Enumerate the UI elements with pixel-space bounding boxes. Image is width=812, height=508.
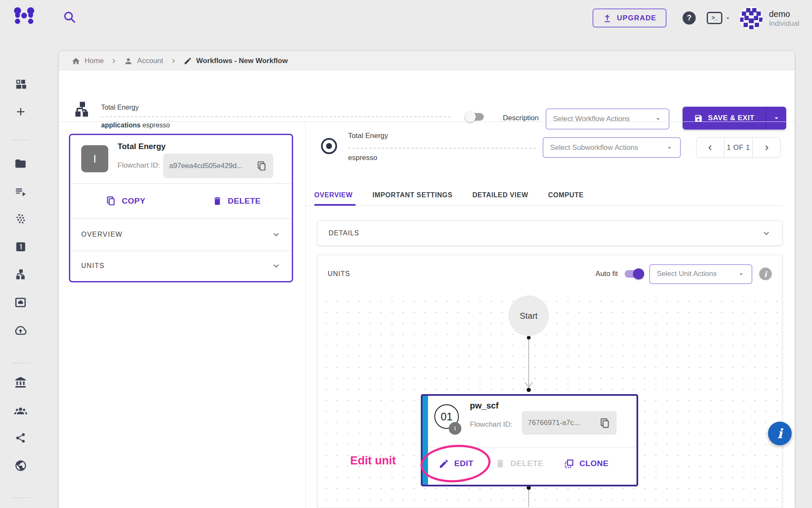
workflow-initial-badge: I bbox=[81, 145, 108, 172]
unit-id-chip: 76766971-a7c... bbox=[522, 411, 617, 435]
chevron-right-icon bbox=[170, 57, 177, 65]
topbar-right: UPGRADE ? >_ bbox=[593, 0, 799, 36]
active-tab-indicator bbox=[314, 204, 356, 206]
units-info-icon[interactable]: i bbox=[759, 268, 772, 280]
topbar: UPGRADE ? >_ bbox=[0, 0, 812, 36]
flowchart-canvas[interactable]: Start 01 I pw_scf Flowchart ID: 76766971… bbox=[318, 293, 782, 507]
cloud-upload-icon[interactable] bbox=[0, 322, 41, 339]
unit-status-stripe bbox=[422, 396, 428, 485]
sidebar-divider bbox=[11, 497, 30, 498]
unit-id-value: 76766971-a7c... bbox=[528, 419, 580, 427]
breadcrumb-home[interactable]: Home bbox=[71, 57, 104, 66]
atoms-icon[interactable] bbox=[0, 210, 41, 227]
subworkflow-title: Total Energy bbox=[348, 132, 388, 140]
pager-indicator: 1 OF 1 bbox=[724, 138, 753, 157]
breadcrumb-current: Workflows - New Workflow bbox=[184, 57, 288, 65]
tab-important-settings[interactable]: IMPORTANT SETTINGS bbox=[373, 191, 453, 199]
dashed-divider bbox=[101, 116, 450, 117]
add-icon[interactable] bbox=[0, 103, 41, 120]
unit-initial-badge: I bbox=[449, 422, 461, 435]
sidebar-divider bbox=[11, 363, 30, 363]
caret-down-icon bbox=[666, 144, 673, 152]
breadcrumb: Home Account Workflows - New Workflow bbox=[59, 51, 795, 71]
looks-one-icon[interactable] bbox=[0, 238, 41, 255]
share-icon[interactable] bbox=[0, 429, 41, 446]
pencil-icon bbox=[184, 57, 192, 65]
user-menu[interactable]: demo Individual bbox=[739, 6, 799, 30]
caret-down-icon bbox=[772, 114, 781, 122]
search-icon[interactable] bbox=[63, 10, 76, 24]
copy-workflow-button[interactable]: COPY bbox=[106, 196, 145, 206]
tab-compute[interactable]: COMPUTE bbox=[548, 191, 584, 199]
workflow-card-actions: COPY DELETE bbox=[70, 183, 292, 218]
team-icon[interactable] bbox=[0, 402, 41, 419]
main-content: Home Account Workflows - New Workflow bbox=[59, 51, 795, 508]
unit-name: pw_scf bbox=[470, 401, 499, 411]
autofit-toggle[interactable] bbox=[625, 270, 642, 278]
terminal-icon: >_ bbox=[707, 12, 722, 24]
info-fab-button[interactable]: i bbox=[768, 422, 792, 445]
clone-icon bbox=[564, 458, 574, 469]
home-icon bbox=[71, 57, 80, 66]
chevron-left-icon bbox=[706, 144, 714, 152]
help-icon[interactable]: ? bbox=[683, 11, 696, 25]
dashboard-icon[interactable] bbox=[0, 76, 41, 93]
copy-unit-id-icon[interactable] bbox=[599, 417, 611, 429]
column-divider bbox=[305, 121, 306, 508]
selected-workflow-card[interactable]: I Total Energy Flowchart ID: a97eea4cd50… bbox=[69, 134, 293, 282]
units-accordion[interactable]: UNITS bbox=[70, 251, 292, 281]
upgrade-label: UPGRADE bbox=[617, 14, 656, 22]
workflows-icon[interactable] bbox=[0, 266, 41, 283]
unit-divider bbox=[428, 447, 636, 447]
breadcrumb-account[interactable]: Account bbox=[124, 57, 163, 66]
flowchart-id-chip: a97eea4cd505e429d... bbox=[163, 154, 273, 178]
unit-edit-button[interactable]: EDIT bbox=[439, 454, 473, 473]
playlist-icon[interactable] bbox=[0, 183, 41, 200]
unit-node-pw-scf[interactable]: 01 I pw_scf Flowchart ID: 76766971-a7c..… bbox=[421, 394, 638, 486]
subworkflow-actions-select[interactable]: Select Subworkflow Actions bbox=[543, 137, 681, 158]
subworkflow-application: espresso bbox=[348, 154, 377, 162]
wallpaper-icon[interactable] bbox=[0, 294, 41, 311]
unit-clone-button[interactable]: CLONE bbox=[564, 454, 609, 473]
pager-prev-button[interactable] bbox=[697, 138, 724, 157]
copy-id-icon[interactable] bbox=[256, 160, 267, 171]
folder-icon[interactable] bbox=[0, 155, 41, 172]
unit-delete-button-disabled[interactable]: DELETE bbox=[495, 454, 543, 473]
user-name: demo bbox=[769, 8, 799, 19]
bank-icon[interactable] bbox=[0, 374, 41, 391]
pencil-icon bbox=[439, 458, 449, 469]
chevron-down-icon bbox=[272, 230, 281, 239]
upgrade-button[interactable]: UPGRADE bbox=[593, 8, 667, 28]
save-exit-button[interactable]: SAVE & EXIT bbox=[683, 107, 786, 130]
copy-icon bbox=[106, 196, 116, 206]
sidebar-divider bbox=[11, 140, 30, 140]
avatar bbox=[739, 6, 763, 30]
workflow-titleblock: Total Energy applications espresso bbox=[101, 104, 450, 129]
annotation-edit-unit: Edit unit bbox=[350, 454, 396, 467]
save-exit-dropdown[interactable] bbox=[766, 107, 786, 130]
delete-workflow-button[interactable]: DELETE bbox=[212, 196, 261, 206]
tab-detailed-view[interactable]: DETAILED VIEW bbox=[472, 191, 528, 199]
tab-overview[interactable]: OVERVIEW bbox=[314, 191, 353, 199]
chevron-down-icon bbox=[762, 229, 771, 238]
user-plan: Individual bbox=[769, 19, 799, 28]
person-icon bbox=[124, 57, 133, 66]
chevron-right-icon bbox=[110, 57, 118, 65]
caret-down-icon bbox=[738, 271, 745, 278]
overview-accordion[interactable]: OVERVIEW bbox=[70, 218, 292, 251]
workflow-actions-select[interactable]: Select Workflow Actions bbox=[546, 108, 669, 130]
platform-logo-icon[interactable] bbox=[12, 6, 36, 30]
description-toggle[interactable] bbox=[466, 113, 484, 121]
globe-icon[interactable] bbox=[0, 457, 41, 474]
unit-actions-select[interactable]: Select Unit Actions bbox=[649, 264, 752, 284]
upload-icon bbox=[603, 14, 612, 23]
autofit-label: Auto fit bbox=[595, 270, 618, 278]
workflow-category: applications bbox=[101, 121, 140, 129]
units-panel: UNITS Auto fit Select Unit Actions i bbox=[317, 255, 782, 508]
details-accordion[interactable]: DETAILS bbox=[317, 221, 782, 246]
pager-next-button[interactable] bbox=[752, 138, 780, 157]
workflow-title[interactable]: Total Energy bbox=[101, 104, 450, 111]
start-node[interactable]: Start bbox=[508, 295, 549, 336]
workflow-card-title: Total Energy bbox=[118, 142, 166, 151]
console-menu-button[interactable]: >_ bbox=[707, 12, 731, 24]
